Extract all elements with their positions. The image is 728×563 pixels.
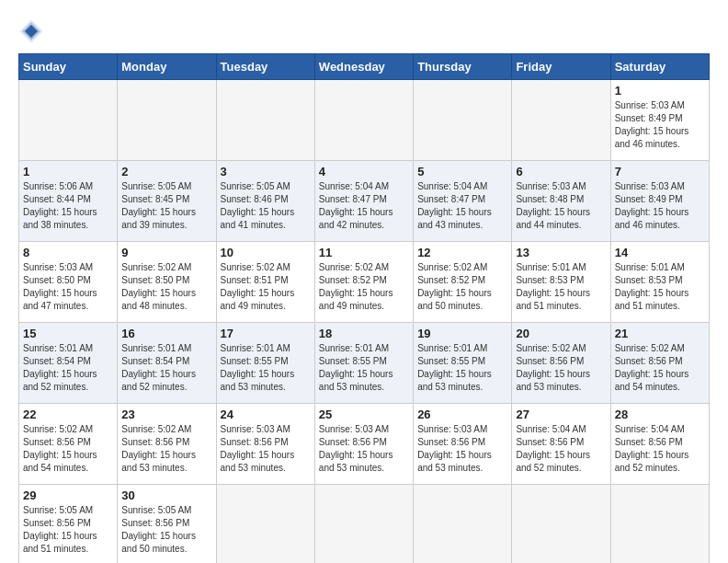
day-info: Sunrise: 5:04 AMSunset: 8:56 PMDaylight:… [516, 423, 606, 475]
day-number: 27 [516, 408, 606, 421]
calendar-cell [216, 80, 314, 161]
day-number: 8 [23, 246, 113, 259]
calendar-header-row: SundayMondayTuesdayWednesdayThursdayFrid… [19, 54, 710, 80]
day-number: 1 [23, 165, 113, 178]
day-info: Sunrise: 5:03 AMSunset: 8:56 PMDaylight:… [221, 423, 311, 475]
calendar-cell [512, 80, 610, 161]
day-info: Sunrise: 5:02 AMSunset: 8:56 PMDaylight:… [23, 423, 113, 475]
calendar-cell: 5Sunrise: 5:04 AMSunset: 8:47 PMDaylight… [414, 161, 512, 242]
day-info: Sunrise: 5:01 AMSunset: 8:54 PMDaylight:… [121, 342, 211, 394]
day-number: 15 [23, 327, 113, 340]
calendar-cell: 29Sunrise: 5:05 AMSunset: 8:56 PMDayligh… [19, 485, 118, 564]
week-row-1: 1Sunrise: 5:03 AMSunset: 8:49 PMDaylight… [19, 80, 710, 161]
calendar-cell [414, 485, 512, 564]
day-number: 9 [121, 246, 211, 259]
day-number: 10 [221, 246, 311, 259]
logo-icon [18, 18, 44, 44]
day-info: Sunrise: 5:04 AMSunset: 8:47 PMDaylight:… [417, 180, 507, 232]
day-info: Sunrise: 5:03 AMSunset: 8:56 PMDaylight:… [417, 423, 507, 475]
day-info: Sunrise: 5:02 AMSunset: 8:50 PMDaylight:… [121, 261, 211, 313]
calendar-cell: 3Sunrise: 5:05 AMSunset: 8:46 PMDaylight… [216, 161, 314, 242]
day-info: Sunrise: 5:01 AMSunset: 8:54 PMDaylight:… [23, 342, 113, 394]
calendar-cell: 26Sunrise: 5:03 AMSunset: 8:56 PMDayligh… [414, 404, 512, 485]
col-header-wednesday: Wednesday [314, 54, 413, 80]
calendar-cell: 21Sunrise: 5:02 AMSunset: 8:56 PMDayligh… [610, 323, 709, 404]
day-info: Sunrise: 5:05 AMSunset: 8:56 PMDaylight:… [23, 504, 113, 556]
day-info: Sunrise: 5:05 AMSunset: 8:45 PMDaylight:… [121, 180, 211, 232]
week-row-3: 8Sunrise: 5:03 AMSunset: 8:50 PMDaylight… [19, 242, 710, 323]
day-info: Sunrise: 5:03 AMSunset: 8:50 PMDaylight:… [23, 261, 113, 313]
calendar-cell [610, 485, 709, 564]
day-number: 24 [221, 408, 311, 421]
calendar-cell: 9Sunrise: 5:02 AMSunset: 8:50 PMDaylight… [118, 242, 216, 323]
day-number: 7 [615, 165, 705, 178]
day-number: 20 [516, 327, 606, 340]
calendar-cell: 12Sunrise: 5:02 AMSunset: 8:52 PMDayligh… [414, 242, 512, 323]
calendar-cell: 6Sunrise: 5:03 AMSunset: 8:48 PMDaylight… [512, 161, 610, 242]
day-info: Sunrise: 5:01 AMSunset: 8:55 PMDaylight:… [417, 342, 507, 394]
day-info: Sunrise: 5:02 AMSunset: 8:51 PMDaylight:… [221, 261, 311, 313]
col-header-monday: Monday [118, 54, 216, 80]
calendar-cell [512, 485, 610, 564]
calendar-cell [19, 80, 118, 161]
day-info: Sunrise: 5:02 AMSunset: 8:56 PMDaylight:… [121, 423, 211, 475]
day-info: Sunrise: 5:03 AMSunset: 8:49 PMDaylight:… [615, 180, 705, 232]
calendar-cell: 14Sunrise: 5:01 AMSunset: 8:53 PMDayligh… [610, 242, 709, 323]
calendar-cell: 18Sunrise: 5:01 AMSunset: 8:55 PMDayligh… [314, 323, 413, 404]
calendar-cell: 4Sunrise: 5:04 AMSunset: 8:47 PMDaylight… [314, 161, 413, 242]
calendar-cell: 25Sunrise: 5:03 AMSunset: 8:56 PMDayligh… [314, 404, 413, 485]
calendar-cell [314, 80, 413, 161]
day-number: 16 [121, 327, 211, 340]
day-number: 18 [319, 327, 409, 340]
day-number: 17 [221, 327, 311, 340]
calendar-cell: 24Sunrise: 5:03 AMSunset: 8:56 PMDayligh… [216, 404, 314, 485]
calendar-table: SundayMondayTuesdayWednesdayThursdayFrid… [18, 53, 710, 563]
calendar-cell [314, 485, 413, 564]
day-number: 3 [221, 165, 311, 178]
col-header-friday: Friday [512, 54, 610, 80]
calendar-cell: 13Sunrise: 5:01 AMSunset: 8:53 PMDayligh… [512, 242, 610, 323]
day-info: Sunrise: 5:01 AMSunset: 8:53 PMDaylight:… [516, 261, 606, 313]
day-info: Sunrise: 5:02 AMSunset: 8:52 PMDaylight:… [319, 261, 409, 313]
col-header-tuesday: Tuesday [216, 54, 314, 80]
day-info: Sunrise: 5:02 AMSunset: 8:56 PMDaylight:… [516, 342, 606, 394]
calendar-cell: 19Sunrise: 5:01 AMSunset: 8:55 PMDayligh… [414, 323, 512, 404]
day-info: Sunrise: 5:02 AMSunset: 8:52 PMDaylight:… [417, 261, 507, 313]
day-info: Sunrise: 5:05 AMSunset: 8:56 PMDaylight:… [121, 504, 211, 556]
day-info: Sunrise: 5:02 AMSunset: 8:56 PMDaylight:… [615, 342, 705, 394]
calendar-cell: 17Sunrise: 5:01 AMSunset: 8:55 PMDayligh… [216, 323, 314, 404]
header [18, 18, 710, 44]
week-row-5: 22Sunrise: 5:02 AMSunset: 8:56 PMDayligh… [19, 404, 710, 485]
col-header-thursday: Thursday [414, 54, 512, 80]
day-number: 14 [615, 246, 705, 259]
day-number: 29 [23, 488, 113, 502]
day-number: 22 [23, 408, 113, 421]
day-info: Sunrise: 5:01 AMSunset: 8:55 PMDaylight:… [221, 342, 311, 394]
day-number: 13 [516, 246, 606, 259]
day-number: 30 [121, 488, 211, 502]
day-info: Sunrise: 5:06 AMSunset: 8:44 PMDaylight:… [23, 180, 113, 232]
day-number: 4 [319, 165, 409, 178]
calendar-cell [414, 80, 512, 161]
calendar-cell: 15Sunrise: 5:01 AMSunset: 8:54 PMDayligh… [19, 323, 118, 404]
day-number: 5 [417, 165, 507, 178]
calendar-cell: 11Sunrise: 5:02 AMSunset: 8:52 PMDayligh… [314, 242, 413, 323]
day-info: Sunrise: 5:03 AMSunset: 8:49 PMDaylight:… [615, 99, 705, 151]
calendar-cell: 7Sunrise: 5:03 AMSunset: 8:49 PMDaylight… [610, 161, 709, 242]
day-number: 1 [615, 84, 705, 98]
day-number: 21 [615, 327, 705, 340]
day-info: Sunrise: 5:04 AMSunset: 8:47 PMDaylight:… [319, 180, 409, 232]
day-info: Sunrise: 5:04 AMSunset: 8:56 PMDaylight:… [615, 423, 705, 475]
week-row-6: 29Sunrise: 5:05 AMSunset: 8:56 PMDayligh… [19, 485, 710, 564]
calendar-cell: 1Sunrise: 5:03 AMSunset: 8:49 PMDaylight… [610, 80, 709, 161]
calendar-cell: 28Sunrise: 5:04 AMSunset: 8:56 PMDayligh… [610, 404, 709, 485]
calendar-cell: 20Sunrise: 5:02 AMSunset: 8:56 PMDayligh… [512, 323, 610, 404]
day-info: Sunrise: 5:01 AMSunset: 8:55 PMDaylight:… [319, 342, 409, 394]
day-info: Sunrise: 5:03 AMSunset: 8:48 PMDaylight:… [516, 180, 606, 232]
calendar-cell: 30Sunrise: 5:05 AMSunset: 8:56 PMDayligh… [118, 485, 216, 564]
calendar-cell: 10Sunrise: 5:02 AMSunset: 8:51 PMDayligh… [216, 242, 314, 323]
day-number: 23 [121, 408, 211, 421]
calendar-cell: 2Sunrise: 5:05 AMSunset: 8:45 PMDaylight… [118, 161, 216, 242]
calendar-cell: 16Sunrise: 5:01 AMSunset: 8:54 PMDayligh… [118, 323, 216, 404]
week-row-2: 1Sunrise: 5:06 AMSunset: 8:44 PMDaylight… [19, 161, 710, 242]
